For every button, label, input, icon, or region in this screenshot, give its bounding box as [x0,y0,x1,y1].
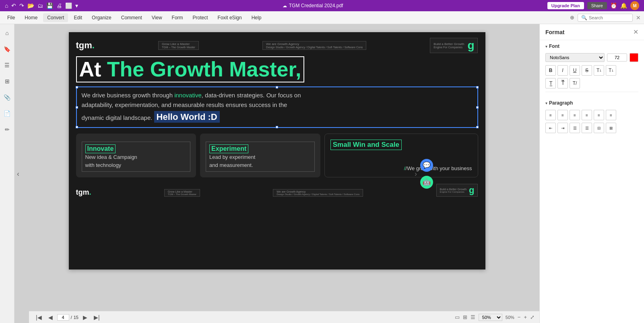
search-expand-icon[interactable]: ⊕ [570,14,574,21]
upgrade-button[interactable]: Upgrade Plan [547,2,584,9]
zoom-select[interactable]: 50% 75% 100% 125% 150% [479,314,502,321]
pdf-footer-g-char: g [469,185,474,195]
sidebar-item-paperclip[interactable]: 📎 [2,92,13,103]
print-icon[interactable]: 🖨 [56,2,62,9]
menu-home[interactable]: Home [21,13,41,22]
menu-help[interactable]: Help [248,13,266,22]
menu-file[interactable]: File [3,13,19,22]
next-page-arrow[interactable]: › [413,166,419,181]
menu-foxit[interactable]: Foxit eSign [214,13,246,22]
zoom-out-btn[interactable]: − [518,314,521,320]
sidebar-item-layers[interactable]: ☰ [2,60,13,71]
search-input[interactable] [589,15,629,20]
search-close-icon[interactable]: ✕ [636,14,641,21]
menu-organize[interactable]: Organize [88,13,116,22]
font-name-select[interactable]: NotoSans Arial Helvetica Times New Roman [545,53,605,62]
handle-tm[interactable] [276,86,278,88]
menu-protect[interactable]: Protect [189,13,212,22]
strikethrough-btn[interactable]: S [582,65,592,76]
align-justify-btn[interactable]: ≡ [582,110,592,120]
menu-view[interactable]: View [148,13,166,22]
align-right-btn[interactable]: ≡ [570,110,580,120]
zoom-in-btn[interactable]: + [524,314,527,320]
menu-form[interactable]: Form [168,13,187,22]
pdf-footer-right-line1: We are Growth Agency [277,190,359,193]
list-btn-3[interactable]: ⊟ [594,123,604,133]
two-page-view-btn[interactable]: ⊞ [463,314,467,320]
menu-edit[interactable]: Edit [70,13,86,22]
chat-float-icon[interactable]: 💬 [420,159,433,172]
italic-btn[interactable]: I [557,65,568,76]
handle-bm[interactable] [276,126,278,128]
prev-page-arrow[interactable]: ‹ [15,166,21,181]
format-btn-3[interactable]: T/ [570,78,580,88]
home-icon[interactable]: ⌂ [5,2,8,9]
indent-btn-1[interactable]: ⇤ [545,123,556,133]
card-innovate-body: New idea & Campaign with technology [85,153,187,169]
font-section-content: NotoSans Arial Helvetica Times New Roman… [540,51,644,97]
pdf-footer-far-right-line1: Build a Better Growth [440,188,467,191]
sidebar-item-bookmark[interactable]: 🔖 [2,43,13,55]
open-icon[interactable]: 📂 [27,2,34,9]
top-right-icons: ⏰ 🔔 M [610,1,639,10]
align-justify3-btn[interactable]: ≡ [606,110,616,120]
sidebar-item-layers2[interactable]: ⊞ [2,76,13,87]
card-scale: Small Win and Scale //We grow with your … [324,134,478,177]
list-btn-2[interactable]: ☰ [582,123,592,133]
superscript-btn[interactable]: T1 [594,65,604,76]
avatar[interactable]: M [630,1,639,10]
pdf-body-text-box[interactable]: We drive business growth through innovat… [76,86,478,128]
scroll-view-btn[interactable]: ☰ [471,314,475,320]
undo-icon[interactable]: ↶ [11,2,16,9]
handle-mr[interactable] [476,106,479,109]
bold-btn[interactable]: B [545,65,556,76]
format-btn-2[interactable]: T̄ [557,78,568,88]
list-btn-4[interactable]: ⊠ [606,123,616,133]
indent-btn-2[interactable]: ⇥ [557,123,568,133]
sidebar-item-edit[interactable]: ✏ [2,124,13,135]
font-color-swatch[interactable] [630,53,638,62]
single-page-view-btn[interactable]: ▭ [455,314,460,320]
page-number-input[interactable] [57,314,69,321]
folder-icon[interactable]: 🗂 [37,2,43,9]
pdf-header: tgm. Grow Like a Master TGM – The Growth… [69,32,485,56]
subscript-btn[interactable]: T1 [606,65,616,76]
prev-page-btn[interactable]: ◀ [46,313,55,321]
total-pages: 15 [74,315,78,320]
fullscreen-btn[interactable]: ⤢ [530,314,535,320]
handle-tr[interactable] [476,86,479,88]
format-btn-1[interactable]: T̲ [545,78,556,88]
list-btn-1[interactable]: ☰ [570,123,580,133]
handle-tl[interactable] [76,86,78,88]
menu-comment[interactable]: Comment [117,13,146,22]
first-page-btn[interactable]: |◀ [34,313,44,321]
align-left-btn[interactable]: ≡ [545,110,556,120]
paragraph-section-header[interactable]: ▾ Paragraph [540,97,644,107]
align-justify2-btn[interactable]: ≡ [594,110,604,120]
card-experiment: Experiment Lead by experiment and measur… [200,134,320,177]
sidebar-item-document[interactable]: 📄 [2,108,13,119]
alarm-icon[interactable]: ⏰ [610,2,617,9]
search-box[interactable]: 🔍 [578,14,633,22]
handle-bl[interactable] [76,126,78,128]
screen-icon[interactable]: ⬜ [65,2,72,9]
font-size-input[interactable] [607,53,627,62]
font-section-header[interactable]: ▾ Font [540,40,644,51]
save-icon[interactable]: 💾 [46,2,53,9]
more-icon[interactable]: ▾ [75,2,78,9]
redo-icon[interactable]: ↷ [19,2,24,9]
handle-ml[interactable] [76,106,78,109]
sidebar-item-home[interactable]: ⌂ [2,27,13,39]
share-button[interactable]: Share [587,2,607,9]
format-row-1: B I U S T1 T1 [545,65,638,76]
menu-convert[interactable]: Convert [43,13,68,22]
last-page-btn[interactable]: ▶| [92,313,102,321]
align-center-btn[interactable]: ≡ [557,110,568,120]
next-page-btn[interactable]: ▶ [81,313,89,321]
underline-btn[interactable]: U [570,65,580,76]
handle-br[interactable] [476,126,479,128]
bell-icon[interactable]: 🔔 [620,2,627,9]
pdf-heading: At The Growth Master, [76,56,478,82]
panel-close-btn[interactable]: ✕ [633,28,638,36]
ai-float-icon[interactable]: 🤖 [420,176,433,189]
